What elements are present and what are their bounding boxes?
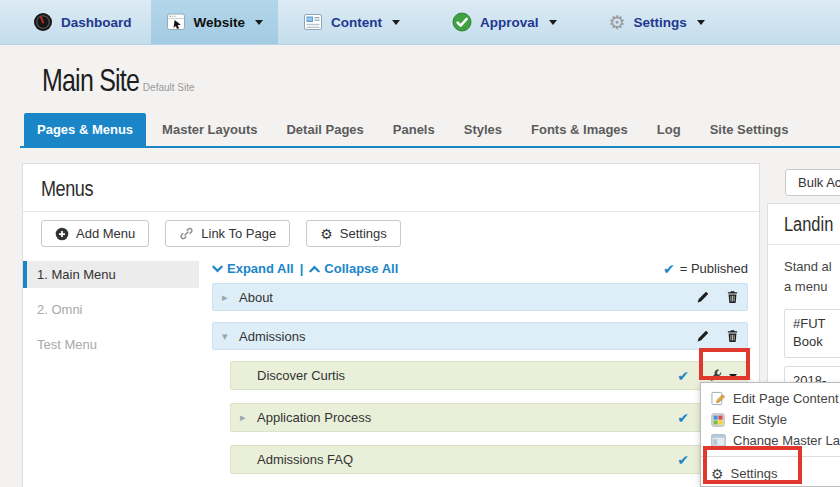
tab-master-layouts[interactable]: Master Layouts — [149, 113, 270, 146]
landing-panel-header: Landin — [768, 204, 840, 245]
site-subtitle: Default Site — [143, 82, 195, 93]
page-title: Main Site — [42, 62, 139, 99]
nav-approval-label: Approval — [480, 15, 539, 30]
sidebar-item-test-menu[interactable]: Test Menu — [23, 331, 199, 358]
link-icon — [179, 226, 194, 241]
published-check-icon: ✔ — [677, 369, 689, 383]
sidebar-item-main-menu[interactable]: 1. Main Menu — [23, 261, 199, 288]
published-legend-label: = Published — [680, 261, 748, 276]
nav-content[interactable]: Content — [288, 0, 415, 44]
menu-list-sidebar: 1. Main Menu 2. Omni Test Menu — [23, 255, 199, 487]
menu-item-label: Settings — [731, 466, 778, 481]
nav-approval[interactable]: Approval — [437, 0, 572, 44]
menu-item-change-master-layout[interactable]: Change Master Layout — [701, 430, 840, 451]
menus-toolbar: Add Menu Link To Page ⚙ Settings — [23, 212, 759, 255]
chevron-down-icon — [549, 20, 557, 25]
trash-icon[interactable] — [717, 290, 747, 304]
published-check-icon: ✔ — [677, 411, 689, 425]
card-line: #FUT — [793, 315, 840, 333]
tree-row-label: Application Process — [257, 410, 371, 425]
tree-row-admissions[interactable]: ▾ Admissions — [212, 322, 748, 350]
link-to-page-button[interactable]: Link To Page — [165, 220, 290, 247]
wrench-dropdown-menu: Edit Page Content Edit Style Change Mast… — [700, 382, 840, 487]
edit-page-content-icon — [711, 391, 726, 406]
chevron-down-icon — [212, 265, 223, 273]
tree-row-label: Admissions — [239, 329, 305, 344]
tree-row-about[interactable]: ▸ About — [212, 283, 748, 311]
tree-header: Expand All | Collapse All ✔ = Published — [212, 261, 748, 276]
tree-row-discover-curtis[interactable]: Discover Curtis ✔ — [230, 361, 748, 390]
triangle-right-icon[interactable]: ▸ — [240, 411, 248, 424]
website-icon — [166, 12, 186, 32]
tree-row-application-process[interactable]: ▸ Application Process ✔ — [230, 403, 748, 432]
landing-panel-description: Stand al a menu — [768, 245, 840, 297]
menu-item-label: Edit Style — [732, 412, 787, 427]
chevron-down-icon — [392, 20, 400, 25]
nav-dashboard[interactable]: Dashboard — [18, 0, 147, 44]
menus-panel-title: Menus — [41, 176, 93, 202]
tree-row-label: Admissions FAQ — [257, 452, 353, 467]
tab-styles[interactable]: Styles — [451, 113, 515, 146]
edit-pencil-icon[interactable] — [687, 291, 717, 304]
chevron-down-icon — [255, 20, 263, 25]
nav-website-label: Website — [194, 15, 246, 30]
tree-links: Expand All | Collapse All — [212, 261, 398, 276]
triangle-down-icon[interactable]: ▾ — [222, 330, 230, 343]
menus-panel-body: 1. Main Menu 2. Omni Test Menu Expand Al… — [23, 255, 759, 487]
plus-circle-icon — [55, 227, 69, 241]
dashboard-icon — [33, 12, 53, 32]
gear-icon: ⚙ — [609, 13, 626, 32]
add-menu-label: Add Menu — [76, 226, 135, 241]
tab-log[interactable]: Log — [644, 113, 694, 146]
tab-site-settings[interactable]: Site Settings — [697, 113, 802, 146]
tree-row-admissions-faq[interactable]: Admissions FAQ ✔ — [230, 445, 748, 474]
sidebar-item-omni[interactable]: 2. Omni — [23, 296, 199, 323]
collapse-all-label: Collapse All — [324, 261, 398, 276]
landing-page-card[interactable]: #FUT Book — [784, 309, 840, 357]
trash-icon[interactable] — [717, 329, 747, 343]
menus-settings-button[interactable]: ⚙ Settings — [306, 220, 401, 247]
description-line: Stand al — [784, 257, 840, 277]
edit-style-icon — [711, 413, 725, 427]
content-icon — [303, 12, 323, 32]
menus-settings-label: Settings — [340, 226, 387, 241]
chevron-down-icon — [697, 20, 705, 25]
triangle-right-icon[interactable]: ▸ — [222, 291, 230, 304]
gear-icon: ⚙ — [711, 467, 724, 481]
nav-content-label: Content — [331, 15, 382, 30]
tab-fonts-and-images[interactable]: Fonts & Images — [518, 113, 641, 146]
nav-dashboard-label: Dashboard — [61, 15, 132, 30]
nav-settings[interactable]: ⚙ Settings — [594, 0, 720, 44]
nav-settings-label: Settings — [634, 15, 687, 30]
section-tabs: Pages & Menus Master Layouts Detail Page… — [20, 111, 840, 148]
site-title-block: Main Site Default Site — [42, 62, 195, 99]
menu-item-edit-page-content[interactable]: Edit Page Content — [701, 388, 840, 409]
collapse-all-link[interactable]: Collapse All — [309, 261, 398, 276]
gear-icon: ⚙ — [320, 227, 333, 241]
menu-item-settings[interactable]: ⚙ Settings — [701, 457, 840, 487]
edit-pencil-icon[interactable] — [687, 330, 717, 343]
nav-website[interactable]: Website — [151, 0, 279, 44]
chevron-up-icon — [309, 265, 320, 273]
menus-panel: Menus Add Menu Link To Page ⚙ — [22, 163, 760, 487]
menu-tree: Expand All | Collapse All ✔ = Published — [199, 255, 759, 487]
published-legend: ✔ = Published — [663, 261, 748, 276]
row-actions — [687, 284, 747, 310]
menu-item-label: Change Master Layout — [733, 433, 840, 448]
check-icon: ✔ — [663, 262, 675, 276]
bulk-actions-button[interactable]: Bulk Actio — [785, 169, 840, 196]
tab-panels[interactable]: Panels — [380, 113, 448, 146]
top-navigation-bar: Dashboard Website — [0, 0, 840, 45]
add-menu-button[interactable]: Add Menu — [41, 220, 149, 247]
approval-check-icon — [452, 12, 472, 32]
description-line: a menu — [784, 277, 840, 297]
link-separator: | — [300, 261, 304, 276]
tab-pages-and-menus[interactable]: Pages & Menus — [24, 113, 146, 146]
tree-row-label: Discover Curtis — [257, 368, 345, 383]
row-actions — [687, 323, 747, 349]
tab-detail-pages[interactable]: Detail Pages — [273, 113, 376, 146]
link-to-page-label: Link To Page — [201, 226, 276, 241]
expand-all-link[interactable]: Expand All — [212, 261, 294, 276]
published-check-icon: ✔ — [677, 453, 689, 467]
menu-item-edit-style[interactable]: Edit Style — [701, 409, 840, 430]
